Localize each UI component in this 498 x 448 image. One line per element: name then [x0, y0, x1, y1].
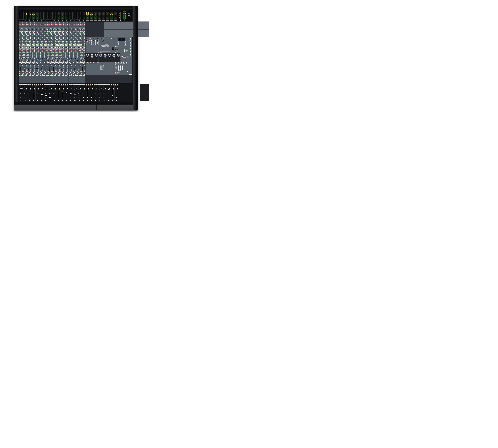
lf-ins-in-button[interactable]: [56, 73, 57, 74]
hpf-in-button[interactable]: [27, 47, 28, 48]
st-cue-a-post-button[interactable]: [26, 34, 27, 35]
lmf-gain-knob[interactable]: [23, 55, 25, 56]
hpf-knob[interactable]: [49, 47, 50, 48]
sf-ins-in-button[interactable]: [47, 70, 47, 70]
direct-pre-button[interactable]: [22, 31, 23, 32]
aux2-knob[interactable]: [26, 43, 27, 44]
lf-to-mix-button[interactable]: [58, 75, 59, 76]
lf-freq-knob[interactable]: [67, 58, 68, 59]
lf-bell-button[interactable]: [22, 60, 23, 60]
st-cue-a-level-knob[interactable]: [48, 35, 49, 36]
hmf-gain-knob[interactable]: [40, 52, 41, 53]
aux2-pre-button[interactable]: [83, 43, 83, 43]
phantom-48v-button[interactable]: [26, 22, 27, 23]
cue-afl-button[interactable]: [130, 42, 131, 42]
bus-route-button[interactable]: [88, 44, 88, 45]
lmf-gain-knob[interactable]: [19, 55, 20, 56]
channel-fader[interactable]: [71, 86, 71, 98]
st-cue-b-sf-button[interactable]: [43, 40, 43, 40]
lmf-gain-knob[interactable]: [48, 55, 50, 56]
sf-ins-in-button[interactable]: [30, 70, 31, 70]
aux4-pre-button[interactable]: [20, 45, 21, 46]
lf-gain-knob[interactable]: [60, 60, 62, 61]
direct-path-flip-button[interactable]: [54, 32, 55, 33]
hpf-knob[interactable]: [33, 47, 34, 48]
st-cue-a-pan-knob[interactable]: [50, 33, 52, 34]
line-button[interactable]: [20, 27, 21, 27]
sf-ins-in-button[interactable]: [34, 70, 35, 70]
aux3-knob[interactable]: [42, 44, 43, 45]
lf-ins-pre-button[interactable]: [73, 75, 74, 76]
aux3-pre-button[interactable]: [33, 44, 34, 45]
comms-matrix-button[interactable]: [122, 67, 123, 68]
direct-pre-button[interactable]: [30, 31, 31, 32]
hmf-gain-knob[interactable]: [69, 52, 70, 53]
gain-knob[interactable]: [27, 24, 29, 25]
st-cue-b-sf-button[interactable]: [47, 40, 48, 40]
hpf-knob[interactable]: [53, 47, 55, 48]
mono-r-button[interactable]: [105, 54, 106, 55]
aux4-pre-button[interactable]: [29, 45, 30, 46]
fader-cap[interactable]: [103, 93, 105, 95]
aux2-pre-button[interactable]: [74, 43, 75, 43]
bus-route-button[interactable]: [95, 39, 96, 39]
lmf-gain-knob[interactable]: [81, 55, 83, 56]
route-button[interactable]: [37, 64, 38, 64]
aux1-knob[interactable]: [79, 41, 81, 42]
sf-solo-button[interactable]: [44, 71, 45, 72]
lf-to-mix-button[interactable]: [66, 75, 67, 76]
aux4-pre-button[interactable]: [62, 45, 63, 46]
cut-button[interactable]: [113, 84, 114, 85]
hmf-gain-knob[interactable]: [77, 52, 78, 53]
fader-0db-button[interactable]: [22, 88, 22, 89]
cut-button[interactable]: [38, 84, 39, 85]
comms-bottom-button[interactable]: [122, 72, 123, 72]
lf-bell-button[interactable]: [63, 60, 64, 60]
path-flip-button[interactable]: [42, 28, 43, 28]
bus-trim-knob[interactable]: [86, 40, 87, 41]
sf-pan-knob[interactable]: [80, 65, 81, 66]
bus-trim-knob[interactable]: [89, 40, 91, 41]
comms-matrix-button[interactable]: [118, 65, 119, 66]
st-cue-b-sf-button[interactable]: [71, 40, 72, 40]
lf-freq-knob[interactable]: [75, 58, 77, 59]
lf-to-mix-button[interactable]: [42, 75, 43, 76]
aux1-pre-button[interactable]: [20, 41, 21, 42]
lf-gain-knob[interactable]: [32, 60, 33, 61]
st-cue-b-post-button[interactable]: [47, 38, 48, 39]
lf-ins-pre-button[interactable]: [61, 75, 62, 76]
st-cue-b-post-button[interactable]: [34, 38, 35, 39]
sf-0db-button[interactable]: [26, 69, 27, 69]
direct-pre-button[interactable]: [59, 31, 60, 32]
direct-pre-button[interactable]: [39, 31, 39, 32]
aux2-knob[interactable]: [55, 43, 56, 44]
lf-ins-pre-button[interactable]: [36, 75, 37, 76]
fader-cap[interactable]: [20, 87, 22, 90]
small-fader[interactable]: [20, 67, 20, 71]
aux3-pre-button[interactable]: [54, 44, 54, 45]
lmf-freq-knob[interactable]: [23, 56, 25, 58]
gain-knob[interactable]: [69, 24, 70, 25]
path-flip-button[interactable]: [75, 28, 76, 28]
fader-0db-button[interactable]: [105, 88, 106, 89]
hpf-in-button[interactable]: [23, 47, 24, 48]
solo-button[interactable]: [90, 84, 91, 85]
phantom-48v-button[interactable]: [30, 22, 31, 23]
tb-trim-knob[interactable]: [102, 38, 103, 39]
st-cue-b-level-knob[interactable]: [27, 39, 29, 40]
hmf-gain-knob[interactable]: [23, 52, 25, 53]
fader-0db-button[interactable]: [38, 88, 39, 89]
st-cue-b-sf-button[interactable]: [22, 40, 23, 40]
aux3-pre-button[interactable]: [62, 44, 63, 45]
hmf-freq-knob[interactable]: [48, 53, 50, 55]
aux2-knob[interactable]: [21, 43, 23, 44]
fader-cap[interactable]: [87, 96, 88, 99]
follow-path-pan-button[interactable]: [63, 62, 64, 63]
st-cue-a-sf-button[interactable]: [71, 36, 72, 36]
st-cue-a-pan-knob[interactable]: [55, 33, 56, 34]
follow-path-pan-button[interactable]: [76, 62, 77, 63]
aux4-knob[interactable]: [26, 45, 27, 46]
st-cue-a-post-button[interactable]: [38, 34, 39, 35]
phase-button[interactable]: [63, 24, 64, 25]
fader-cap[interactable]: [62, 90, 63, 93]
